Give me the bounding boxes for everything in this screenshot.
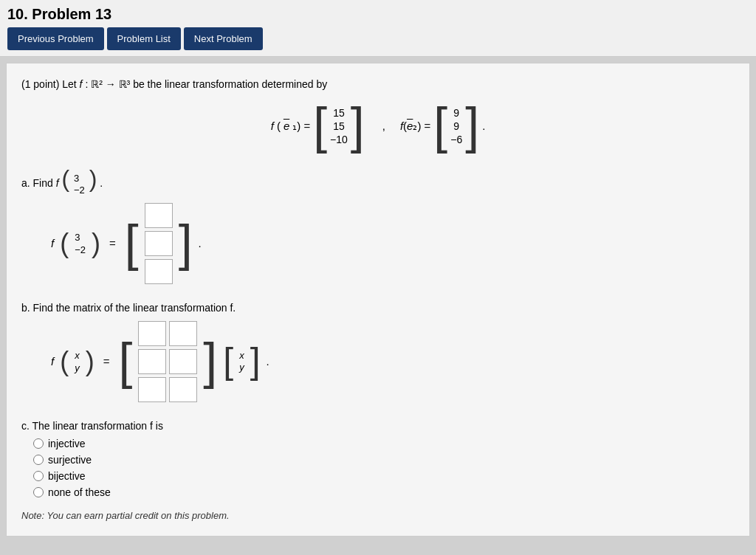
- answer-vec-input: 3 −2: [75, 232, 86, 255]
- part-b-bracket-left: [: [118, 340, 132, 383]
- part-b-input-r3c1[interactable]: [138, 377, 166, 402]
- answer-paren-left: (: [60, 228, 69, 259]
- problem-description: Let f : ℝ² → ℝ³ be the linear transforma…: [62, 78, 327, 90]
- part-a-paren-right: ): [89, 165, 97, 193]
- given-vectors: f(e₁) = [ 15 15 −10 ] , f(e₂) = [ 9 9 −6…: [21, 105, 735, 148]
- f-e2-values: 9 9 −6: [450, 107, 462, 145]
- problem-container: (1 point) Let f : ℝ² → ℝ³ be the linear …: [6, 63, 750, 537]
- next-problem-button[interactable]: Next Problem: [184, 27, 263, 50]
- part-b-paren-left: (: [60, 346, 69, 377]
- radio-none[interactable]: none of these: [33, 486, 735, 498]
- f-e1-right-bracket: ]: [351, 105, 365, 148]
- radio-surjective-label: surjective: [48, 454, 92, 466]
- radio-surjective[interactable]: surjective: [33, 454, 735, 466]
- part-c-label: c. The linear transformation f is: [21, 420, 735, 432]
- prev-problem-button[interactable]: Previous Problem: [7, 27, 104, 50]
- radio-bijective-label: bijective: [48, 470, 86, 482]
- answer-bracket-left: [: [125, 222, 139, 265]
- part-b-input-r2c2[interactable]: [169, 349, 197, 374]
- part-a-inputs: [145, 203, 173, 284]
- answer-bracket-right: ]: [179, 222, 193, 265]
- part-b-bracket-right: ]: [203, 340, 217, 383]
- problem-statement: (1 point) Let f : ℝ² → ℝ³ be the linear …: [21, 78, 735, 90]
- part-b-xy-vec: x y: [239, 350, 244, 373]
- part-b-paren-right: ): [86, 346, 94, 377]
- radio-surjective-input[interactable]: [33, 455, 44, 465]
- f-e2-left-bracket: [: [433, 105, 447, 148]
- answer-paren-right: ): [92, 228, 100, 259]
- radio-group: injective surjective bijective none of t…: [33, 438, 735, 498]
- radio-injective-input[interactable]: [33, 438, 44, 449]
- part-a-input-2[interactable]: [145, 231, 173, 256]
- radio-injective-label: injective: [48, 438, 86, 449]
- radio-bijective-input[interactable]: [33, 471, 44, 481]
- part-b-vec: x y: [75, 350, 80, 373]
- radio-none-input[interactable]: [33, 487, 44, 497]
- part-a-answer-row: f ( 3 −2 ) = [ ] .: [51, 203, 735, 284]
- radio-injective[interactable]: injective: [33, 438, 735, 449]
- part-a-paren-left: (: [61, 165, 69, 193]
- part-b-input-r3c2[interactable]: [169, 377, 197, 402]
- part-b-xy-bracket-left: [: [223, 345, 233, 377]
- part-a-vec: 3 −2: [72, 173, 86, 196]
- part-b-xy-bracket-right: ]: [250, 345, 261, 377]
- part-b-label: b. Find the matrix of the linear transfo…: [21, 302, 735, 314]
- part-b-matrix-inputs: [138, 321, 197, 402]
- part-b-answer-row: f ( x y ) = [: [51, 321, 735, 402]
- part-b-input-r2c1[interactable]: [138, 349, 166, 374]
- f-e1-left-bracket: [: [313, 105, 327, 148]
- part-a-label: a. Find f ( 3 −2 ) .: [21, 165, 735, 196]
- problem-list-button[interactable]: Problem List: [107, 27, 181, 50]
- part-b-input-r1c2[interactable]: [169, 321, 197, 346]
- page-title: 10. Problem 13: [7, 6, 749, 23]
- part-a-input-3[interactable]: [145, 259, 173, 284]
- note-text: Note: You can earn partial credit on thi…: [21, 510, 735, 521]
- radio-bijective[interactable]: bijective: [33, 470, 735, 482]
- part-a-input-1[interactable]: [145, 203, 173, 228]
- radio-none-label: none of these: [48, 486, 111, 498]
- points-label: (1 point): [21, 78, 59, 90]
- f-e2-right-bracket: ]: [465, 105, 479, 148]
- f-e1-values: 15 15 −10: [330, 107, 348, 145]
- part-b-input-r1c1[interactable]: [138, 321, 166, 346]
